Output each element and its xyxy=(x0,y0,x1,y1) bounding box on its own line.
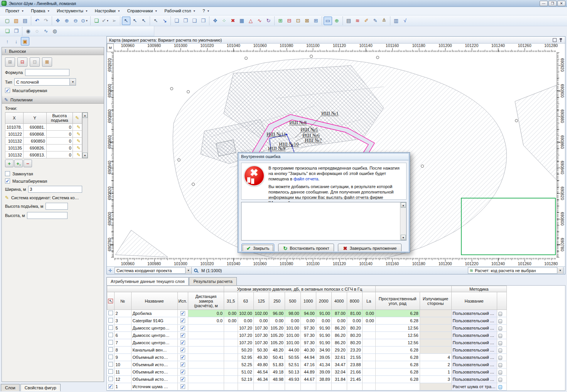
cell-level[interactable]: 44.00 xyxy=(285,347,300,354)
cell-level[interactable]: 0.00 xyxy=(331,317,347,325)
cell-used[interactable]: ✓ xyxy=(177,376,188,383)
point-cell[interactable]: 690826. xyxy=(23,145,46,151)
cell-dist[interactable] xyxy=(188,376,224,383)
used-checkbox[interactable]: ✓ xyxy=(181,333,185,338)
group-shapes-icon[interactable]: ❑ xyxy=(190,17,199,25)
cell-angle[interactable]: 6.28 xyxy=(375,368,420,376)
cell-level[interactable]: 52.25 xyxy=(238,361,253,368)
point-cell[interactable]: 101132 xyxy=(5,151,24,158)
cell-level[interactable]: 87.00 xyxy=(331,310,347,317)
used-checkbox[interactable]: ✓ xyxy=(181,318,185,323)
menu-item-1[interactable]: Правка▼ xyxy=(28,8,53,14)
menu-item-4[interactable]: Справочники▼ xyxy=(124,8,161,14)
cell-level[interactable]: 38.89 xyxy=(316,376,331,383)
cell-level[interactable] xyxy=(362,354,375,361)
select-subtract-icon[interactable]: ↖ xyxy=(140,17,148,25)
cell-row-select[interactable] xyxy=(107,354,115,361)
cell-used[interactable]: ✓ xyxy=(177,354,188,361)
cell-row-select[interactable] xyxy=(107,310,115,317)
cell-row-select[interactable] xyxy=(107,347,115,354)
open-project-icon[interactable]: ▧ xyxy=(12,17,20,25)
used-checkbox[interactable]: ✓ xyxy=(181,311,185,316)
cell-level[interactable]: 0.00 xyxy=(362,317,375,325)
cell-sides[interactable]: 1 xyxy=(420,368,451,376)
method-ellipsis-button[interactable]: … xyxy=(498,378,502,382)
cell-level[interactable]: 39.09 xyxy=(316,368,331,376)
scroll-up-icon[interactable]: ▲ xyxy=(83,113,88,118)
used-checkbox[interactable]: ✓ xyxy=(181,326,185,330)
cell-level[interactable] xyxy=(224,347,238,354)
draw-polyline-icon[interactable]: ∿ xyxy=(255,17,264,25)
map-title-bar[interactable]: Карта (вариант расчета: Вариант расчета … xyxy=(107,37,565,44)
cell-dist[interactable] xyxy=(188,347,224,354)
point-edit-cell[interactable]: ✎ xyxy=(73,124,82,131)
restore-project-button[interactable]: ↻Востановить проект xyxy=(278,244,334,253)
cell-num[interactable]: 11 xyxy=(114,368,131,376)
cell-level[interactable] xyxy=(347,383,362,390)
cell-method[interactable]: Пользовательский … xyxy=(451,368,497,376)
bottom-tab-1[interactable]: Результаты расчета xyxy=(189,277,236,285)
cell-method[interactable]: Расчет шума от тра… xyxy=(451,383,497,390)
cell-angle[interactable]: 6.28 xyxy=(375,376,420,383)
cell-name[interactable]: Канальный вен… xyxy=(131,347,177,354)
dock-properties-icon[interactable]: ▣ xyxy=(21,37,29,45)
cell-level[interactable]: 80.20 xyxy=(347,325,362,332)
row-select-checkbox[interactable]: ✓ xyxy=(108,384,113,389)
cell-level[interactable]: 97.30 xyxy=(300,339,316,347)
edit-pencil-icon[interactable]: ✎ xyxy=(77,131,81,137)
edit-pencil-icon[interactable]: ✎ xyxy=(77,138,81,144)
cell-name[interactable]: Источник шума … xyxy=(131,383,177,390)
cell-name[interactable]: Дымосос центро… xyxy=(131,332,177,339)
cell-dist[interactable] xyxy=(188,383,224,390)
zoom-out-icon[interactable]: ⊖ xyxy=(71,17,80,25)
cell-angle[interactable]: 12.56 xyxy=(375,332,420,339)
undo-icon[interactable]: ↶ xyxy=(33,17,41,25)
cell-used[interactable]: ✓ xyxy=(177,368,188,376)
point-cell[interactable]: 0 xyxy=(46,145,73,151)
point-cell[interactable]: 690813. xyxy=(23,151,46,158)
method-ellipsis-button[interactable]: … xyxy=(498,319,502,323)
select-add-icon[interactable]: ↖ xyxy=(131,17,139,25)
cell-used[interactable]: ✓ xyxy=(177,339,188,347)
cell-level[interactable]: 107.20 xyxy=(238,325,253,332)
point-cell[interactable]: 690868. xyxy=(23,131,46,138)
cell-sides[interactable] xyxy=(420,317,451,325)
cell-level[interactable]: 94.00 xyxy=(300,310,316,317)
cell-level[interactable]: 107.20 xyxy=(238,332,253,339)
cell-level[interactable]: 107.30 xyxy=(253,332,269,339)
cell-level[interactable]: 86.20 xyxy=(331,339,347,347)
cell-level[interactable] xyxy=(300,383,316,390)
edit-pencil-icon[interactable]: ✎ xyxy=(5,195,9,200)
save-icon[interactable]: ▤ xyxy=(21,17,29,25)
menu-item-0[interactable]: Проект▼ xyxy=(2,8,27,14)
cell-level[interactable] xyxy=(362,368,375,376)
cell-level[interactable]: 52.51 xyxy=(285,361,300,368)
cell-row-select[interactable] xyxy=(107,376,115,383)
point-edit-cell[interactable]: ✎ xyxy=(73,138,82,145)
new-file-icon[interactable]: ▢ xyxy=(3,17,12,25)
cell-level[interactable]: 102.00 xyxy=(238,310,253,317)
add-point-button[interactable]: + xyxy=(5,160,14,167)
menu-item-5[interactable]: Рабочий стол▼ xyxy=(161,8,199,14)
row-select-checkbox[interactable] xyxy=(108,377,113,381)
cell-level[interactable]: 49.80 xyxy=(253,361,269,368)
cell-level[interactable]: 41.34 xyxy=(316,361,331,368)
cell-level[interactable]: 44.67 xyxy=(300,376,316,383)
cell-level[interactable] xyxy=(238,383,253,390)
cell-num[interactable]: 1 xyxy=(114,383,131,390)
dock-bottom-icon[interactable]: ↓ xyxy=(12,37,20,45)
row-select-checkbox[interactable] xyxy=(108,362,113,367)
cell-num[interactable]: 6 xyxy=(114,332,131,339)
cell-name[interactable]: Дымосос центро… xyxy=(131,325,177,332)
cell-level[interactable]: 50.55 xyxy=(285,354,300,361)
quit-app-button[interactable]: ✖Завершить приложение xyxy=(338,244,402,253)
cell-level[interactable]: 105.20 xyxy=(269,332,285,339)
bring-front-icon[interactable]: ❏ xyxy=(172,17,181,25)
formula-input[interactable] xyxy=(25,69,69,76)
points-scrollbar[interactable]: ▲ ▼ xyxy=(82,112,88,158)
cell-level[interactable] xyxy=(224,383,238,390)
coord-system-select[interactable]: Система координат проекта ▼ xyxy=(115,267,192,274)
close-button[interactable]: ✕ xyxy=(557,1,565,6)
cell-level[interactable]: 46.54 xyxy=(253,368,269,376)
edit-nodes-icon[interactable]: ⁘ xyxy=(220,17,228,25)
